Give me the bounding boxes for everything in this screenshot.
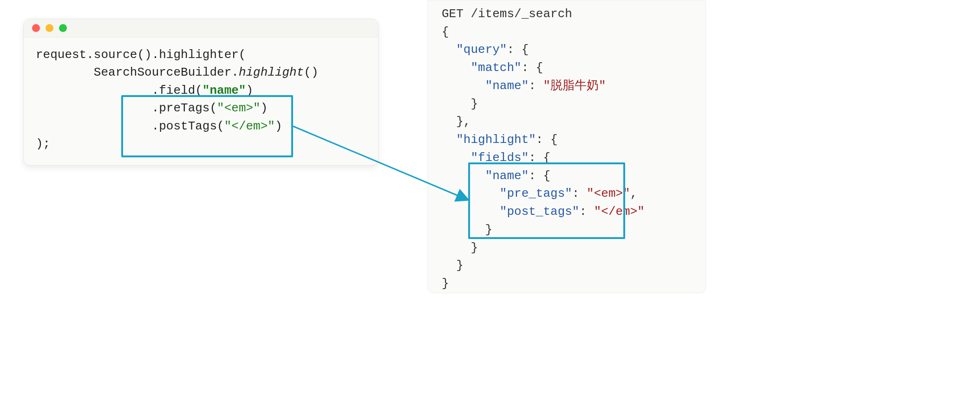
- indent: [442, 43, 456, 57]
- code-line-indent: .preTags(: [36, 101, 217, 115]
- indent: [442, 205, 500, 219]
- code-line: request.source().highlighter(: [36, 48, 246, 62]
- key-post-tags: "post_tags": [500, 205, 580, 219]
- request-line: GET /items/_search: [442, 7, 572, 21]
- json-request-panel: GET /items/_search { "query": { "match":…: [427, 0, 706, 293]
- colon-brace: : {: [536, 133, 558, 147]
- colon-brace: : {: [507, 43, 529, 57]
- json-code-block: GET /items/_search { "query": { "match":…: [442, 5, 693, 293]
- brace-close: }: [442, 277, 449, 291]
- string-name: "name": [203, 84, 246, 97]
- colon: :: [529, 79, 543, 93]
- indent: [442, 169, 485, 183]
- code-tail: (): [304, 65, 318, 79]
- java-code-window: request.source().highlighter( SearchSour…: [23, 19, 379, 166]
- colon: :: [579, 205, 594, 219]
- value-em-open: "<em>": [587, 187, 630, 200]
- colon-brace: : {: [529, 169, 550, 183]
- colon: :: [572, 187, 587, 200]
- value-skim-milk: "脱脂牛奶": [543, 79, 606, 93]
- indent: [442, 187, 500, 200]
- key-pre-tags: "pre_tags": [500, 187, 572, 200]
- colon-brace: : {: [529, 151, 550, 165]
- method-highlight: highlight: [239, 65, 304, 79]
- brace-close: }: [442, 97, 478, 111]
- brace-close: }: [442, 258, 464, 272]
- colon-brace: : {: [522, 61, 543, 75]
- code-line-indent: .field(: [36, 84, 203, 97]
- comma: ,: [630, 187, 638, 200]
- brace-close: }: [442, 241, 478, 255]
- key-query: "query": [456, 43, 507, 57]
- code-line-indent: SearchSourceBuilder.: [36, 65, 239, 79]
- key-highlight: "highlight": [456, 133, 536, 147]
- brace-close: }: [442, 223, 492, 237]
- code-line-indent: .postTags(: [36, 119, 224, 133]
- string-posttag: "</em>": [224, 119, 275, 133]
- minimize-icon[interactable]: [46, 24, 53, 32]
- indent: [442, 133, 456, 147]
- brace-close-comma: },: [442, 115, 470, 129]
- string-pretag: "<em>": [217, 101, 261, 115]
- indent: [442, 61, 470, 75]
- maximize-icon[interactable]: [59, 24, 67, 32]
- code-tail: ): [246, 84, 253, 97]
- window-titlebar: [24, 19, 378, 38]
- indent: [442, 151, 470, 165]
- close-icon[interactable]: [32, 24, 40, 32]
- key-name: "name": [485, 79, 529, 93]
- brace-open: {: [442, 25, 449, 39]
- key-fields: "fields": [470, 151, 529, 165]
- code-line: );: [36, 137, 50, 151]
- java-code-block: request.source().highlighter( SearchSour…: [24, 38, 378, 165]
- key-match: "match": [470, 61, 521, 75]
- key-name2: "name": [485, 169, 529, 183]
- indent: [442, 79, 485, 93]
- code-tail: ): [275, 119, 282, 133]
- value-em-close: "</em>": [594, 205, 645, 219]
- code-tail: ): [261, 101, 268, 115]
